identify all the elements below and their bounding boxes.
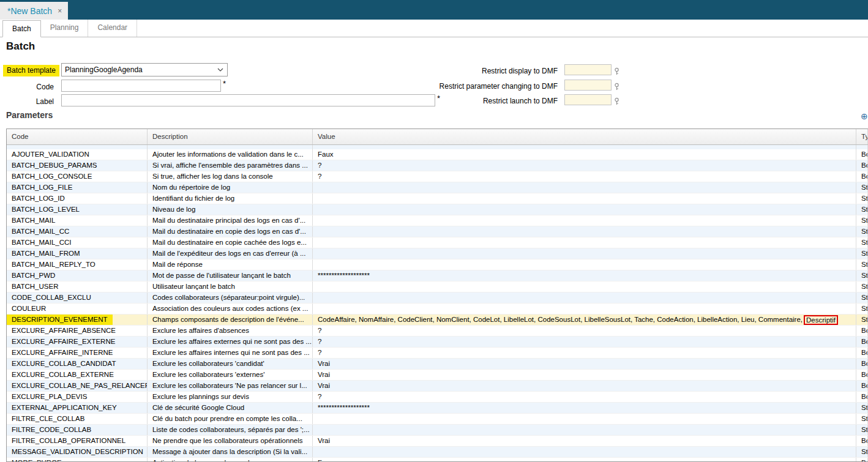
cell-description[interactable]: Codes collaborateurs (séparateur:point v… <box>148 292 313 303</box>
cell-code[interactable]: EXCLURE_AFFAIRE_INTERNE <box>7 348 148 358</box>
cell-type[interactable]: St <box>856 425 868 435</box>
cell-value[interactable]: ? <box>313 392 856 402</box>
table-row[interactable]: BATCH_MAIL_CCIMail du destinataire en co… <box>7 237 868 248</box>
cell-type[interactable]: St <box>856 248 868 259</box>
cell-code[interactable]: BATCH_PWD <box>7 270 148 281</box>
table-row[interactable]: BATCH_MAIL_CCMail du destinataire en cop… <box>7 226 868 237</box>
cell-type[interactable]: Bo <box>856 160 868 171</box>
cell-description[interactable]: Mail du destinataire en copie cachée des… <box>148 237 313 248</box>
cell-value[interactable] <box>313 292 856 303</box>
cell-description[interactable]: Message à ajouter dans la description (S… <box>148 447 313 457</box>
document-tab[interactable]: *New Batch × <box>0 2 68 20</box>
cell-type[interactable]: St <box>856 237 868 248</box>
restrict-launch-input[interactable] <box>564 94 612 105</box>
table-row[interactable]: EXCLURE_COLLAB_EXTERNEExclure les collab… <box>7 370 868 381</box>
table-row[interactable]: BATCH_DEBUG_PARAMSSi vrai, affiche l'ens… <box>7 160 868 171</box>
table-row[interactable]: BATCH_MAIL_REPLY_TOMail de réponseSt <box>7 259 868 270</box>
cell-value[interactable]: ******************* <box>313 270 856 281</box>
cell-description[interactable]: Ne prendre que les collaborateurs opérat… <box>148 436 313 446</box>
cell-code[interactable]: BATCH_MAIL_FROM <box>7 248 148 259</box>
cell-description[interactable]: Mail de réponse <box>148 259 313 270</box>
cell-description[interactable]: Exclure les collaborateurs 'externes' <box>148 370 313 380</box>
cell-code[interactable]: FILTRE_CODE_COLLAB <box>7 425 148 435</box>
code-input[interactable] <box>61 80 221 92</box>
cell-type[interactable]: Bo <box>856 171 868 182</box>
cell-description[interactable]: Clé du batch pour prendre en compte les … <box>148 414 313 424</box>
cell-code[interactable]: BATCH_MAIL <box>7 215 148 226</box>
cell-type[interactable]: St <box>856 204 868 215</box>
cell-type[interactable]: Bo <box>856 348 868 358</box>
column-header-description[interactable]: Description <box>148 129 313 144</box>
label-input[interactable] <box>61 94 435 106</box>
table-row[interactable] <box>7 145 868 149</box>
table-row[interactable]: DESCRIPTION_EVENEMENTChamps composants d… <box>7 315 868 326</box>
cell-description[interactable]: Utilisateur lançant le batch <box>148 281 313 292</box>
table-row[interactable]: EXCLURE_COLLAB_CANDIDATExclure les colla… <box>7 359 868 370</box>
cell-description[interactable]: Champs composants de description de l'év… <box>148 315 313 325</box>
cell-code[interactable]: EXCLURE_AFFAIRE_ABSENCE <box>7 326 148 336</box>
cell-code[interactable]: BATCH_MAIL_REPLY_TO <box>7 259 148 270</box>
table-row[interactable]: EXCLURE_AFFAIRE_EXTERNEExclure les affai… <box>7 337 868 348</box>
add-parameter-icon[interactable]: ⊕ <box>861 111 868 121</box>
cell-description[interactable]: Mail du destinataire principal des logs … <box>148 215 313 226</box>
cell-value[interactable]: ? <box>313 337 856 347</box>
cell-value[interactable] <box>313 204 856 215</box>
restrict-param-input[interactable] <box>564 80 612 91</box>
cell-code[interactable]: BATCH_LOG_FILE <box>7 182 148 193</box>
cell-code[interactable]: BATCH_USER <box>7 281 148 292</box>
cell-value[interactable]: ? <box>313 160 856 171</box>
table-row[interactable]: BATCH_LOG_IDIdentifiant du fichier de lo… <box>7 193 868 204</box>
cell-type[interactable]: St <box>856 270 868 281</box>
table-row[interactable]: BATCH_PWDMot de passe de l'utilisateur l… <box>7 270 868 281</box>
cell-description[interactable]: Mail de l'expéditeur des logs en cas d'e… <box>148 248 313 259</box>
cell-description[interactable]: Exclure les affaires externes qui ne son… <box>148 337 313 347</box>
cell-code[interactable]: MODE_PURGE <box>7 458 148 462</box>
cell-type[interactable]: St <box>856 304 868 314</box>
cell-value[interactable]: ? <box>313 326 856 336</box>
cell-description[interactable]: Identifiant du fichier de log <box>148 193 313 204</box>
cell-type[interactable]: St <box>856 182 868 193</box>
cell-description[interactable]: Activation de la purge des rendez-vous <box>148 458 313 462</box>
table-row[interactable]: FILTRE_CODE_COLLABListe de codes collabo… <box>7 425 868 436</box>
cell-type[interactable]: St <box>856 215 868 226</box>
cell-value[interactable] <box>313 193 856 204</box>
cell-type[interactable]: St <box>856 281 868 292</box>
table-row[interactable]: BATCH_LOG_CONSOLESi true, afficher les l… <box>7 171 868 182</box>
cell-type[interactable]: St <box>856 226 868 237</box>
column-header-code[interactable]: Code <box>7 129 148 144</box>
cell-value[interactable]: Faux <box>313 149 856 160</box>
cell-type[interactable]: Bo <box>856 436 868 446</box>
column-header-value[interactable]: Value <box>313 129 856 144</box>
cell-code[interactable]: BATCH_DEBUG_PARAMS <box>7 160 148 171</box>
cell-value[interactable] <box>313 182 856 193</box>
table-row[interactable]: FILTRE_CLE_COLLABClé du batch pour prend… <box>7 414 868 425</box>
table-row[interactable]: MESSAGE_VALIDATION_DESCRIPTIONMessage à … <box>7 447 868 458</box>
cell-value[interactable] <box>313 447 856 457</box>
cell-description[interactable]: Liste de codes collaborateurs, séparés p… <box>148 425 313 435</box>
cell-description[interactable] <box>148 145 313 149</box>
cell-code[interactable]: EXCLURE_COLLAB_NE_PAS_RELANCER <box>7 381 148 391</box>
cell-code[interactable]: BATCH_LOG_ID <box>7 193 148 204</box>
table-row[interactable]: EXCLURE_COLLAB_NE_PAS_RELANCERExclure le… <box>7 381 868 392</box>
cell-description[interactable]: Association des couleurs aux codes actio… <box>148 304 313 314</box>
cell-value[interactable]: ******************* <box>313 403 856 413</box>
table-row[interactable]: BATCH_LOG_FILENom du répertoire de logSt <box>7 182 868 193</box>
cell-value[interactable]: Vrai <box>313 381 856 391</box>
table-row[interactable]: EXCLURE_AFFAIRE_ABSENCEExclure les affai… <box>7 326 868 337</box>
cell-type[interactable]: Bo <box>856 392 868 402</box>
cell-type[interactable]: Bo <box>856 149 868 160</box>
cell-code[interactable]: DESCRIPTION_EVENEMENT <box>7 315 148 325</box>
cell-description[interactable]: Nom du répertoire de log <box>148 182 313 193</box>
cell-code[interactable]: BATCH_MAIL_CC <box>7 226 148 237</box>
cell-type[interactable] <box>856 145 868 149</box>
cell-code[interactable]: FILTRE_COLLAB_OPERATIONNEL <box>7 436 148 446</box>
table-row[interactable]: MODE_PURGEActivation de la purge des ren… <box>7 458 868 462</box>
table-row[interactable]: BATCH_USERUtilisateur lançant le batchSt <box>7 281 868 292</box>
table-row[interactable]: BATCH_MAILMail du destinataire principal… <box>7 215 868 226</box>
cell-value[interactable] <box>313 226 856 237</box>
cell-type[interactable]: Bo <box>856 458 868 462</box>
cell-description[interactable]: Exclure les affaires d'absences <box>148 326 313 336</box>
cell-value[interactable]: Vrai <box>313 359 856 369</box>
cell-value[interactable] <box>313 281 856 292</box>
table-row[interactable]: EXCLURE_PLA_DEVISExclure les plannings s… <box>7 392 868 403</box>
